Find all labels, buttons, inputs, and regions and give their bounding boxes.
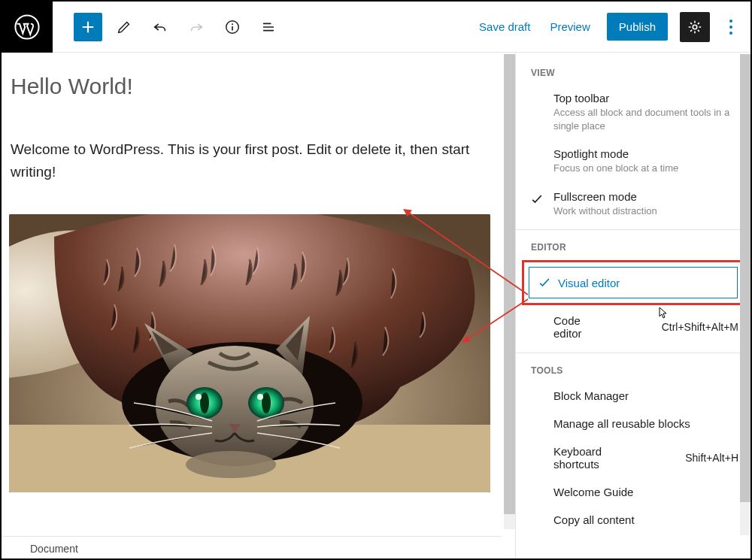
svg-point-10 <box>156 346 314 466</box>
menu-title: Copy all content <box>553 513 635 526</box>
divider <box>516 353 750 353</box>
post-paragraph[interactable]: Welcome to WordPress. This is your first… <box>8 138 474 184</box>
divider <box>516 229 750 230</box>
menu-title: Code editor <box>553 314 606 341</box>
menu-item-top-toolbar[interactable]: Top toolbar Access all block and documen… <box>516 84 750 140</box>
menu-item-manage-reusable-blocks[interactable]: Manage all reusable blocks <box>516 410 750 437</box>
menu-title: Welcome Guide <box>553 486 633 498</box>
settings-button[interactable] <box>680 12 710 42</box>
undo-button[interactable] <box>146 13 174 41</box>
post-title[interactable]: Hello World! <box>8 74 509 99</box>
wordpress-logo[interactable] <box>2 2 53 53</box>
menu-shortcut: Shift+Alt+H <box>685 452 738 464</box>
check-icon <box>528 147 546 149</box>
menu-item-fullscreen-mode[interactable]: Fullscreen mode Work without distraction <box>516 183 750 226</box>
menu-title: Spotlight mode <box>553 147 738 160</box>
editor-vertical-scrollbar[interactable] <box>504 54 515 529</box>
scrollbar-thumb[interactable] <box>740 54 750 502</box>
menu-title: Fullscreen mode <box>553 190 738 203</box>
check-icon <box>537 275 552 290</box>
menu-item-welcome-guide[interactable]: Welcome Guide <box>516 478 750 506</box>
menu-title: Block Manager <box>553 389 629 402</box>
cat-image <box>9 214 490 492</box>
cursor-icon <box>656 307 668 322</box>
image-block[interactable] <box>9 214 490 492</box>
svg-point-4 <box>729 20 732 23</box>
check-icon <box>528 92 546 93</box>
svg-point-3 <box>693 25 697 29</box>
scrollbar-thumb[interactable] <box>504 54 515 514</box>
section-header-tools: TOOLS <box>516 358 750 382</box>
section-header-editor: EDITOR <box>516 235 750 259</box>
menu-item-spotlight-mode[interactable]: Spotlight mode Focus on one block at a t… <box>516 140 750 183</box>
more-options-button[interactable] <box>717 12 744 42</box>
outline-button[interactable] <box>254 13 283 41</box>
menu-item-block-manager[interactable]: Block Manager <box>516 382 750 410</box>
section-header-view: VIEW <box>516 60 750 84</box>
svg-point-5 <box>729 26 732 29</box>
editor-toolbar: Save draft Preview Publish <box>2 2 750 53</box>
menu-item-code-editor[interactable]: Code editor Ctrl+Shift+Alt+M <box>516 307 750 348</box>
menu-desc: Work without distraction <box>553 204 738 218</box>
menu-item-keyboard-shortcuts[interactable]: Keyboard shortcuts Shift+Alt+H <box>516 437 750 479</box>
menu-title: Top toolbar <box>553 92 738 104</box>
editor-canvas: Hello World! Welcome to WordPress. This … <box>2 53 516 560</box>
add-block-button[interactable] <box>74 13 102 41</box>
document-tab-label: Document <box>30 543 78 555</box>
menu-desc: Access all block and document tools in a… <box>553 106 738 132</box>
menu-title: Manage all reusable blocks <box>553 417 690 430</box>
redo-button[interactable] <box>182 13 211 41</box>
svg-point-16 <box>257 394 263 400</box>
publish-button[interactable]: Publish <box>607 13 668 41</box>
svg-point-2 <box>232 23 233 25</box>
panel-vertical-scrollbar[interactable] <box>740 54 750 535</box>
menu-item-copy-all-content[interactable]: Copy all content <box>516 506 750 534</box>
menu-shortcut: Ctrl+Shift+Alt+M <box>662 321 738 333</box>
edit-mode-button[interactable] <box>110 13 138 41</box>
check-icon <box>528 190 546 207</box>
annotation-highlight: Visual editor <box>522 260 744 305</box>
menu-title: Visual editor <box>558 277 620 289</box>
svg-point-14 <box>262 392 271 413</box>
menu-item-visual-editor[interactable]: Visual editor <box>529 267 738 298</box>
preview-button[interactable]: Preview <box>542 14 597 39</box>
svg-point-15 <box>196 394 202 400</box>
options-panel: VIEW Top toolbar Access all block and do… <box>516 53 750 560</box>
svg-point-13 <box>200 392 209 413</box>
menu-title: Keyboard shortcuts <box>553 445 621 471</box>
document-tab[interactable]: Document <box>2 536 502 560</box>
menu-desc: Focus on one block at a time <box>553 162 738 175</box>
info-button[interactable] <box>218 13 247 41</box>
svg-point-6 <box>729 32 732 35</box>
svg-point-17 <box>186 451 276 478</box>
save-draft-button[interactable]: Save draft <box>472 14 538 39</box>
